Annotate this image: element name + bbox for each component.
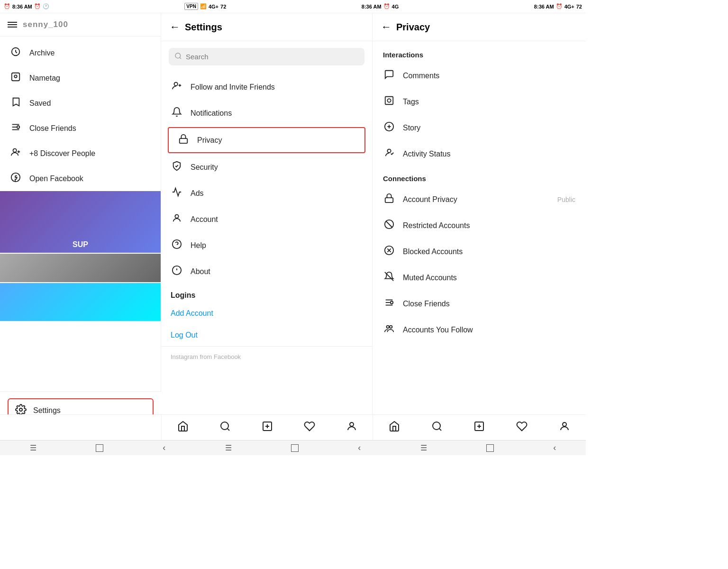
status-alarm-right: ⏰ <box>556 3 563 9</box>
settings-item-label-log-out: Log Out <box>171 331 198 340</box>
restricted-accounts-icon <box>383 219 395 232</box>
android-nav-back2[interactable]: ‹ <box>358 443 361 453</box>
nav-home-middle[interactable] <box>173 417 193 439</box>
android-nav-menu[interactable]: ☰ <box>30 443 36 452</box>
settings-item-add-account[interactable]: Add Account <box>161 303 372 324</box>
nav-add-right[interactable] <box>469 417 490 439</box>
privacy-item-comments[interactable]: Comments <box>373 63 586 89</box>
accounts-you-follow-icon <box>383 323 395 336</box>
sidebar-item-label-saved: Saved <box>29 99 51 108</box>
sidebar-item-saved[interactable]: Saved <box>0 91 161 116</box>
privacy-back-button[interactable]: ← <box>381 21 391 33</box>
sidebar-item-archive[interactable]: Archive <box>0 40 161 65</box>
nav-search-right[interactable] <box>427 417 447 439</box>
privacy-item-restricted-accounts[interactable]: Restricted Accounts <box>373 212 586 239</box>
privacy-item-tags[interactable]: Tags <box>373 89 586 115</box>
privacy-item-activity-status[interactable]: Activity Status <box>373 141 586 167</box>
account-icon <box>171 213 183 226</box>
settings-item-label-help: Help <box>191 241 206 250</box>
status-alarm-icon: ⏰ <box>4 3 10 9</box>
privacy-item-accounts-you-follow[interactable]: Accounts You Follow <box>373 317 586 343</box>
privacy-item-label-accounts-you-follow: Accounts You Follow <box>403 326 575 334</box>
svg-line-44 <box>227 428 229 430</box>
status-alarm2-icon: ⏰ <box>34 3 41 9</box>
account-privacy-icon <box>383 193 395 206</box>
privacy-section-connections: Connections <box>373 167 586 186</box>
main-container: senny_100 Archive <box>0 13 586 455</box>
svg-rect-30 <box>385 198 393 202</box>
privacy-item-account-privacy[interactable]: Account Privacy Public <box>373 186 586 212</box>
android-nav-square3[interactable] <box>486 444 494 452</box>
blocked-accounts-icon <box>383 245 395 258</box>
ads-icon <box>171 187 183 200</box>
settings-list: Follow and Invite Friends Notifications <box>161 72 372 455</box>
follow-invite-icon <box>171 81 183 93</box>
nav-heart-middle[interactable] <box>299 417 320 439</box>
nav-profile-right[interactable] <box>554 417 575 439</box>
sidebar-item-discover-people[interactable]: +8 Discover People <box>0 141 161 166</box>
search-bar[interactable] <box>169 48 364 65</box>
status-alarm-mid: ⏰ <box>383 3 390 9</box>
android-nav-menu2[interactable]: ☰ <box>225 443 232 452</box>
settings-item-ads[interactable]: Ads <box>161 180 372 206</box>
settings-item-label-about: About <box>191 267 210 276</box>
settings-item-security[interactable]: Security <box>161 154 372 180</box>
archive-icon <box>9 46 22 59</box>
status-time-middle: 8:36 AM <box>362 4 382 9</box>
svg-point-11 <box>19 408 22 411</box>
settings-back-button[interactable]: ← <box>170 21 180 33</box>
nav-heart-right[interactable] <box>511 417 532 439</box>
sidebar-item-nametag[interactable]: Nametag <box>0 65 161 91</box>
search-input[interactable] <box>186 53 359 61</box>
settings-item-help[interactable]: Help <box>161 232 372 258</box>
hamburger-menu-icon[interactable] <box>8 22 17 28</box>
settings-item-account[interactable]: Account <box>161 206 372 232</box>
android-nav-back[interactable]: ‹ <box>163 443 165 453</box>
privacy-header: ← Privacy <box>373 13 586 41</box>
status-bar-left-middle: VPN 📶 4G+ 72 <box>184 3 226 10</box>
discover-people-icon <box>9 147 22 160</box>
settings-item-label-account: Account <box>191 215 218 224</box>
sidebar-item-open-facebook[interactable]: Open Facebook <box>0 166 161 191</box>
android-nav-menu3[interactable]: ☰ <box>420 443 427 452</box>
notifications-icon <box>171 107 183 119</box>
android-nav-bar: ☰ ‹ ☰ ‹ ☰ ‹ <box>0 440 586 455</box>
search-icon <box>174 52 182 61</box>
svg-line-32 <box>386 221 392 228</box>
svg-line-50 <box>439 428 441 430</box>
settings-header: ← Settings <box>161 13 372 41</box>
android-nav-back3[interactable]: ‹ <box>553 443 556 453</box>
svg-point-48 <box>350 422 354 426</box>
svg-point-42 <box>390 326 392 329</box>
android-nav-square[interactable] <box>96 444 103 452</box>
privacy-item-label-story: Story <box>403 124 575 132</box>
story-icon <box>383 121 395 134</box>
bottom-nav-right <box>373 414 586 440</box>
settings-item-about[interactable]: About <box>161 258 372 284</box>
status-network-left: 4G+ <box>209 4 218 9</box>
nav-profile-middle[interactable] <box>341 417 362 439</box>
settings-item-log-out[interactable]: Log Out <box>161 324 372 346</box>
nav-add-middle[interactable] <box>257 417 278 439</box>
privacy-item-blocked-accounts[interactable]: Blocked Accounts <box>373 239 586 265</box>
privacy-item-story[interactable]: Story <box>373 115 586 141</box>
status-battery-left: 72 <box>220 4 226 9</box>
settings-item-privacy[interactable]: Privacy <box>168 127 365 153</box>
svg-point-43 <box>221 422 228 430</box>
privacy-item-muted-accounts[interactable]: Muted Accounts <box>373 265 586 291</box>
settings-item-follow-invite[interactable]: Follow and Invite Friends <box>161 74 372 100</box>
settings-button-label: Settings <box>33 406 61 415</box>
android-nav-square2[interactable] <box>291 444 299 452</box>
privacy-title: Privacy <box>396 22 430 33</box>
privacy-item-value-account-privacy: Public <box>557 196 575 203</box>
settings-item-notifications[interactable]: Notifications <box>161 100 372 126</box>
privacy-panel: ← Privacy Interactions Comments <box>373 13 586 455</box>
svg-point-18 <box>175 215 178 218</box>
nav-search-middle[interactable] <box>215 417 236 439</box>
privacy-item-close-friends[interactable]: Close Friends <box>373 291 586 317</box>
settings-logins-header: Logins <box>161 284 372 303</box>
security-icon <box>171 161 183 174</box>
sidebar-item-close-friends[interactable]: Close Friends <box>0 116 161 141</box>
nav-home-right[interactable] <box>384 417 405 439</box>
status-bar-left: ⏰ 8:36 AM ⏰ 🕐 <box>4 3 49 9</box>
